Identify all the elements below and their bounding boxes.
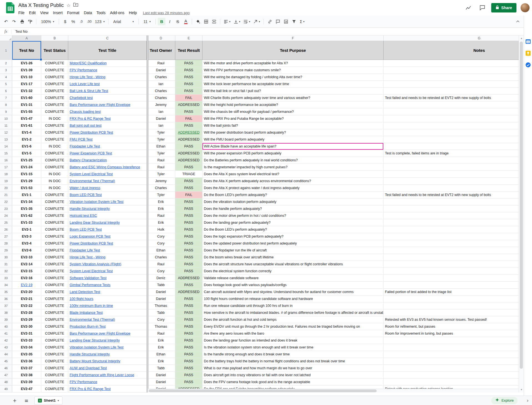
- cell-test-owner[interactable]: Ian: [147, 122, 175, 129]
- cell-test-purpose[interactable]: Is the handle strong enough and does it …: [202, 351, 384, 358]
- cell-test-title[interactable]: Production Burn-in Test: [68, 323, 147, 330]
- explore-button[interactable]: Explore: [491, 397, 518, 404]
- cell-test-result[interactable]: PASS: [175, 226, 202, 233]
- cell-test-status[interactable]: COMPLETE: [41, 365, 68, 372]
- cell-test-purpose[interactable]: Do the Boom LED's perform adequately?: [202, 192, 384, 198]
- cell-test-owner[interactable]: Ian: [147, 108, 175, 115]
- cell-test-status[interactable]: COMPLETE: [41, 240, 68, 247]
- cell-test-status[interactable]: COMPLETE: [41, 302, 68, 309]
- cell-test-no[interactable]: EV2-3: [12, 233, 41, 240]
- cell-test-owner[interactable]: Ethan: [147, 351, 175, 358]
- row-number[interactable]: 26: [0, 226, 12, 233]
- cell-test-no[interactable]: EV1-24: [12, 164, 41, 171]
- cell-test-purpose[interactable]: Will the lock lever performance be accep…: [202, 81, 384, 88]
- row-number[interactable]: 6: [0, 88, 12, 95]
- row-number[interactable]: 28: [0, 240, 12, 247]
- column-header-e[interactable]: E: [175, 35, 202, 41]
- cell-test-owner[interactable]: Cory: [147, 268, 175, 275]
- menu-edit[interactable]: Edit: [27, 10, 38, 16]
- row-number[interactable]: 16: [0, 157, 12, 164]
- cell-test-result[interactable]: TRIAGE: [175, 171, 202, 178]
- cell-notes[interactable]: [384, 351, 519, 358]
- cell-test-owner[interactable]: Daniel: [147, 67, 175, 74]
- cell-test-status[interactable]: COMPLETE: [41, 136, 68, 143]
- cell-test-purpose[interactable]: Will the FMU board perform adequately: [202, 136, 384, 143]
- cell-test-no[interactable]: EV2-37: [12, 365, 41, 372]
- cell-notes[interactable]: [384, 372, 519, 379]
- cell-test-title[interactable]: Software Validation Test: [68, 275, 147, 282]
- cell-test-purpose[interactable]: Will the power distribution board perfor…: [202, 129, 384, 136]
- cell-test-title[interactable]: Landing Gear Structural Integrity: [68, 337, 147, 344]
- strikethrough-button[interactable]: S: [174, 18, 181, 25]
- cell-test-status[interactable]: COMPLETE: [41, 323, 68, 330]
- cell-test-status[interactable]: COMPLETE: [41, 344, 68, 351]
- row-number[interactable]: 23: [0, 205, 12, 212]
- cell-test-title[interactable]: Power Expansion PCB Test: [68, 150, 147, 157]
- cell-test-no[interactable]: EV1-62: [12, 212, 41, 219]
- cell-test-purpose[interactable]: Does the Alta X perform adequately acros…: [202, 178, 384, 185]
- add-sheet-button[interactable]: +: [11, 397, 18, 404]
- cell-test-owner[interactable]: Erik: [147, 219, 175, 226]
- comments-icon[interactable]: [477, 3, 487, 13]
- cell-test-title[interactable]: Gimbal Performance Tests: [68, 282, 147, 289]
- cell-test-owner[interactable]: Daniel: [147, 296, 175, 302]
- cell-notes[interactable]: [384, 344, 519, 351]
- cell-test-status[interactable]: COMPLETE: [41, 282, 68, 289]
- cell-test-owner[interactable]: Tyler: [147, 192, 175, 198]
- cell-test-title[interactable]: Flopdapter Life Test: [68, 247, 147, 254]
- font-select[interactable]: Arial ▾: [111, 18, 136, 25]
- cell-test-owner[interactable]: Tyler: [147, 150, 175, 157]
- cell-test-result[interactable]: PASS: [175, 296, 202, 302]
- cell-test-purpose[interactable]: Does the handle perform adequately?: [202, 205, 384, 212]
- cell-test-status[interactable]: IN DOC: [41, 115, 68, 122]
- cell-test-no[interactable]: EV2-21: [12, 296, 41, 302]
- sheet-tab-sheet1[interactable]: 1 Sheet1 ▾: [34, 396, 62, 404]
- cell-test-title[interactable]: Baro Performance over Flight Envelope: [68, 101, 147, 108]
- cell-test-result[interactable]: PASS: [175, 143, 202, 150]
- cell-test-result[interactable]: PASS: [175, 247, 202, 254]
- cell-test-result[interactable]: PASS: [175, 323, 202, 330]
- cell-test-no[interactable]: EV2-47: [12, 386, 41, 393]
- frozen-pane-divider[interactable]: [147, 35, 148, 393]
- cell-test-title[interactable]: Battery Characterization: [68, 157, 147, 164]
- cell-test-no[interactable]: EV2-14: [12, 261, 41, 268]
- cell-notes[interactable]: [384, 254, 519, 261]
- cell-test-purpose[interactable]: Does aircraft get into crazy vibrations …: [202, 372, 384, 379]
- cell-test-result[interactable]: PASS: [175, 212, 202, 219]
- cell-test-status[interactable]: COMPLETE: [41, 164, 68, 171]
- cell-notes[interactable]: [384, 136, 519, 143]
- cell-test-title[interactable]: Handle Structural Integrity: [68, 351, 147, 358]
- italic-button[interactable]: I: [166, 18, 173, 25]
- cell-notes[interactable]: [384, 60, 519, 67]
- column-header-c[interactable]: C: [68, 35, 147, 41]
- menu-help[interactable]: Help: [127, 10, 139, 16]
- row-number[interactable]: 8: [0, 101, 12, 108]
- cell-test-title[interactable]: Vibration Isolation System Life Test: [68, 344, 147, 351]
- cell-test-purpose[interactable]: Will the FPV performance make customers …: [202, 67, 384, 74]
- cell-notes[interactable]: [384, 212, 519, 219]
- cell-header-test-result[interactable]: Test Result: [175, 41, 202, 60]
- row-number[interactable]: 44: [0, 351, 12, 358]
- cell-test-owner[interactable]: Charles: [147, 95, 175, 101]
- cell-test-no[interactable]: EV1-32: [12, 88, 41, 95]
- cell-test-purpose[interactable]: Does the electrical system function corr…: [202, 268, 384, 275]
- cell-notes[interactable]: [384, 88, 519, 95]
- cell-test-status[interactable]: COMPLETE: [41, 351, 68, 358]
- row-number[interactable]: 19: [0, 178, 12, 185]
- collapse-toolbar-button[interactable]: [514, 18, 521, 25]
- cell-test-purpose[interactable]: Does the landing gear function as intend…: [202, 337, 384, 344]
- menu-addons[interactable]: Add-ons: [108, 10, 126, 16]
- cell-test-owner[interactable]: Erik: [147, 337, 175, 344]
- activity-icon[interactable]: [463, 3, 473, 13]
- cell-test-no[interactable]: EV2-20: [12, 289, 41, 296]
- cell-test-purpose[interactable]: Does the landing gear perform adequately…: [202, 219, 384, 226]
- row-number[interactable]: 49: [0, 386, 12, 393]
- cell-test-title[interactable]: Baro Performance over Flight Envelope: [68, 330, 147, 337]
- row-number[interactable]: 7: [0, 95, 12, 101]
- format-currency-button[interactable]: $: [61, 18, 69, 25]
- cell-notes[interactable]: [384, 171, 519, 178]
- text-rotation-select[interactable]: ▾: [252, 18, 262, 25]
- cell-test-purpose[interactable]: Will the FRX Pro and Futaba Range be acc…: [202, 115, 384, 122]
- row-number[interactable]: 15: [0, 150, 12, 157]
- cell-test-title[interactable]: Flopdapter Life Test: [68, 143, 147, 150]
